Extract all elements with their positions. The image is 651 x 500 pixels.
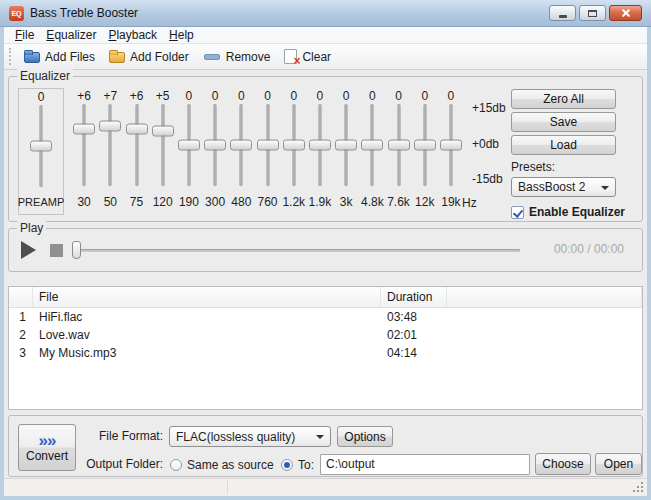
eq-band-slider[interactable] [202, 104, 228, 186]
toolbar-grip[interactable] [9, 48, 13, 65]
choose-button[interactable]: Choose [535, 453, 591, 475]
same-as-source-radio[interactable] [170, 459, 182, 471]
options-button[interactable]: Options [337, 426, 393, 447]
menu-item-playback[interactable]: Playback [102, 28, 163, 42]
eq-band-freq: 75 [130, 195, 143, 209]
close-button[interactable] [609, 5, 642, 21]
eq-band-slider[interactable] [307, 104, 333, 186]
slider-handle[interactable] [283, 140, 305, 151]
slider-handle[interactable] [361, 140, 383, 151]
preamp-slider-handle[interactable] [30, 141, 52, 152]
zero-all-button[interactable]: Zero All [511, 89, 616, 109]
eq-band-slider[interactable] [176, 104, 202, 186]
eq-band-slider[interactable] [385, 104, 411, 186]
app-icon: EQ [9, 6, 24, 21]
window-title: Bass Treble Booster [30, 6, 138, 20]
same-as-source-option[interactable]: Same as source [170, 454, 274, 475]
eq-band-freq: 300 [205, 195, 225, 209]
eq-band-3k: 03k [333, 88, 359, 215]
enable-equalizer-label: Enable Equalizer [529, 205, 625, 219]
output-folder-label: Output Folder: [79, 454, 163, 475]
file-row[interactable]: 3My Music.mp304:14 [9, 344, 642, 362]
slider-handle[interactable] [99, 120, 121, 131]
eq-band-value: 0 [421, 88, 428, 104]
scale-max-label: +15db [472, 101, 506, 115]
column-header[interactable] [447, 287, 642, 307]
resize-grip[interactable] [641, 490, 643, 492]
file-row-filler [447, 308, 642, 326]
slider-handle[interactable] [388, 140, 410, 151]
slider-handle[interactable] [440, 140, 462, 151]
file-row[interactable]: 1HiFi.flac03:48 [9, 308, 642, 326]
minimize-button[interactable] [549, 5, 576, 21]
add-files-icon [24, 52, 40, 63]
slider-handle[interactable] [126, 123, 148, 134]
main-content: Equalizer 0 PREAMP +630+750+675+51200190… [4, 70, 647, 478]
slider-handle[interactable] [204, 140, 226, 151]
save-button[interactable]: Save [511, 112, 616, 132]
seek-slider[interactable] [72, 249, 520, 252]
slider-handle[interactable] [152, 126, 174, 137]
slider-handle[interactable] [414, 140, 436, 151]
scale-min-label: -15db [472, 172, 503, 186]
eq-band-value: 0 [343, 88, 350, 104]
eq-band-slider[interactable] [123, 104, 149, 186]
status-bar [4, 478, 647, 496]
eq-band-slider[interactable] [333, 104, 359, 186]
eq-band-190: 0190 [176, 88, 202, 215]
maximize-button[interactable] [579, 5, 606, 21]
eq-band-freq: 1.9k [309, 195, 332, 209]
slider-handle[interactable] [335, 140, 357, 151]
add-files-button[interactable]: Add Files [19, 48, 104, 66]
remove-button[interactable]: Remove [198, 48, 280, 66]
output-to-radio[interactable] [281, 459, 293, 471]
menu-item-help[interactable]: Help [163, 28, 200, 42]
output-to-option[interactable]: To: [281, 454, 314, 475]
eq-band-value: +6 [130, 88, 144, 104]
eq-band-7.6k: 07.6k [385, 88, 411, 215]
eq-band-slider[interactable] [97, 104, 123, 186]
file-row-number: 1 [9, 308, 33, 326]
file-row[interactable]: 2Love.wav02:01 [9, 326, 642, 344]
eq-band-value: +7 [103, 88, 117, 104]
preamp-slider[interactable] [19, 105, 63, 187]
convert-button[interactable]: »» Convert [18, 424, 76, 471]
enable-equalizer-checkbox[interactable] [511, 206, 524, 219]
eq-band-slider[interactable] [150, 104, 176, 186]
column-header-duration[interactable]: Duration [381, 287, 447, 307]
eq-band-slider[interactable] [412, 104, 438, 186]
eq-band-value: 0 [238, 88, 245, 104]
file-format-dropdown[interactable]: FLAC(lossless quality) [169, 426, 331, 447]
open-button[interactable]: Open [595, 453, 642, 475]
eq-band-slider[interactable] [71, 104, 97, 186]
column-header-file[interactable]: File [33, 287, 381, 307]
menu-item-equalizer[interactable]: Equalizer [40, 28, 102, 42]
add-folder-button[interactable]: Add Folder [104, 48, 198, 66]
load-button[interactable]: Load [511, 135, 616, 155]
clear-button[interactable]: Clear [279, 47, 340, 66]
slider-handle[interactable] [73, 123, 95, 134]
eq-band-slider[interactable] [254, 104, 280, 186]
file-list[interactable]: FileDuration 1HiFi.flac03:482Love.wav02:… [8, 286, 643, 410]
presets-dropdown[interactable]: BassBoost 2 [511, 177, 616, 197]
stop-button[interactable] [50, 244, 63, 257]
slider-handle[interactable] [178, 140, 200, 151]
preamp-label: PREAMP [18, 196, 64, 208]
slider-handle[interactable] [257, 140, 279, 151]
seek-slider-handle[interactable] [72, 241, 81, 259]
menu-item-file[interactable]: File [9, 28, 40, 42]
title-bar[interactable]: EQ Bass Treble Booster [0, 0, 651, 27]
file-row-duration: 04:14 [381, 344, 447, 362]
eq-band-slider[interactable] [228, 104, 254, 186]
play-button[interactable] [21, 241, 36, 259]
file-list-rows: 1HiFi.flac03:482Love.wav02:013My Music.m… [9, 308, 642, 362]
eq-band-slider[interactable] [359, 104, 385, 186]
eq-band-value: 0 [369, 88, 376, 104]
file-row-name: HiFi.flac [33, 308, 381, 326]
eq-band-slider[interactable] [281, 104, 307, 186]
eq-band-freq: 1.2k [282, 195, 305, 209]
output-path-input[interactable]: C:\output [320, 454, 530, 475]
slider-handle[interactable] [309, 140, 331, 151]
column-header[interactable] [9, 287, 33, 307]
slider-handle[interactable] [230, 140, 252, 151]
